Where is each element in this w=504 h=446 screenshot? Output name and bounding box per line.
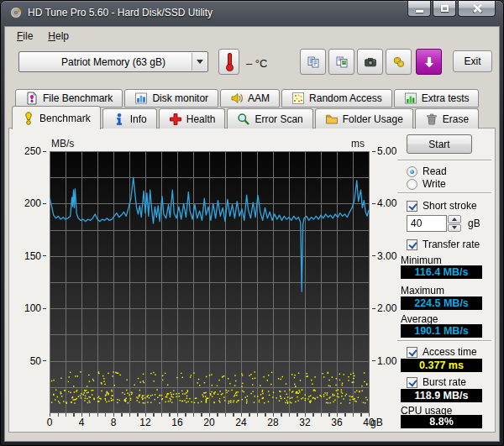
extra-tests-icon	[404, 92, 417, 105]
y-axis-tick: 150	[9, 250, 46, 262]
tab-info[interactable]: Info	[102, 108, 157, 129]
error-scan-icon	[237, 113, 250, 126]
exit-button[interactable]: Exit	[453, 50, 492, 72]
menu-file[interactable]: File	[9, 29, 40, 44]
x-axis-tick: 0	[37, 417, 62, 428]
y-axis-tick: 50	[9, 355, 46, 367]
benchmark-icon	[22, 112, 35, 125]
copy-text-button[interactable]	[300, 49, 326, 75]
tab-extra-tests[interactable]: Extra tests	[394, 89, 480, 108]
download-arrow-icon	[423, 55, 436, 69]
folder-usage-icon	[325, 113, 339, 126]
tab-benchmark[interactable]: Benchmark	[12, 106, 101, 129]
maximize-icon	[441, 5, 449, 12]
toolbar: Patriot Memory (63 gB) – °C	[5, 45, 499, 86]
transfer-rate-option[interactable]: Transfer rate	[407, 239, 480, 250]
burst-rate-checkbox[interactable]	[407, 377, 417, 388]
file-benchmark-icon	[25, 92, 39, 105]
menu-bar: File Help	[5, 27, 499, 45]
minimum-value: 116.4 MB/s	[401, 265, 482, 279]
tab-disk-monitor[interactable]: Disk monitor	[124, 89, 218, 108]
read-radio[interactable]	[407, 166, 417, 177]
health-icon	[169, 113, 182, 126]
write-option[interactable]: Write	[407, 178, 446, 190]
tab-random-access[interactable]: Random Access	[281, 89, 392, 108]
tab-row-primary: BenchmarkInfoHealthError ScanFolder Usag…	[5, 108, 499, 129]
minimum-label: Minimum	[401, 254, 442, 266]
short-stroke-option[interactable]: Short stroke	[407, 200, 477, 212]
copy-image-icon	[335, 55, 349, 69]
minimize-button[interactable]	[407, 1, 431, 17]
benchmark-page: MB/sms250200150100505.004.003.002.001.00…	[8, 128, 496, 433]
short-stroke-input[interactable]	[407, 215, 447, 232]
transfer-rate-checkbox[interactable]	[407, 239, 417, 250]
transfer-rate-label: Transfer rate	[423, 239, 480, 250]
temperature-value: – °C	[246, 57, 267, 70]
x-axis-tick: 32	[292, 417, 318, 428]
x-axis-tick: 8	[101, 417, 126, 428]
update-button[interactable]	[416, 49, 442, 75]
start-button[interactable]: Start	[407, 134, 472, 154]
window-title: HD Tune Pro 5.60 - Hard Disk/SSD Utility	[28, 7, 213, 18]
read-label: Read	[423, 165, 447, 177]
minimize-icon	[416, 10, 423, 13]
thermometer-icon	[225, 53, 233, 71]
stepper-up-button[interactable]	[448, 215, 461, 223]
stepper-down-button[interactable]	[448, 224, 461, 233]
menu-help[interactable]: Help	[40, 29, 76, 44]
separator	[397, 340, 491, 342]
arrow-up-icon	[452, 215, 457, 221]
camera-icon	[364, 55, 377, 69]
maximum-label: Maximum	[401, 285, 444, 296]
access-time-option[interactable]: Access time	[407, 346, 477, 358]
tab-label: Disk monitor	[152, 92, 208, 104]
tab-label: Info	[130, 113, 147, 125]
read-option[interactable]: Read	[407, 165, 447, 177]
tab-health[interactable]: Health	[159, 108, 226, 129]
aam-icon	[230, 92, 244, 105]
right-axis-title: ms	[351, 138, 365, 150]
chevron-down-icon	[192, 53, 207, 71]
window-controls	[407, 1, 496, 17]
random-access-icon	[291, 92, 305, 105]
client-area: File Help Patriot Memory (63 gB) – °C	[4, 26, 500, 442]
tab-strip: File BenchmarkDisk monitorAAMRandom Acce…	[5, 89, 499, 129]
burst-rate-value: 118.9 MB/s	[401, 389, 482, 402]
close-button[interactable]	[458, 1, 496, 17]
screenshot-button[interactable]	[357, 49, 383, 75]
donate-button[interactable]	[386, 49, 412, 75]
title-bar[interactable]: HD Tune Pro 5.60 - Hard Disk/SSD Utility	[1, 1, 503, 24]
tab-file-benchmark[interactable]: File Benchmark	[15, 89, 123, 108]
disk-monitor-icon	[134, 92, 148, 105]
temperature-button[interactable]	[218, 49, 239, 75]
access-time-value: 0.377 ms	[401, 359, 482, 372]
x-axis-tick: 12	[133, 417, 158, 428]
drive-select[interactable]: Patriot Memory (63 gB)	[18, 51, 208, 72]
erase-icon	[425, 113, 438, 126]
x-axis-tick: 36	[324, 417, 349, 428]
maximize-button[interactable]	[433, 1, 456, 17]
tab-error-scan[interactable]: Error Scan	[227, 108, 312, 129]
burst-rate-option[interactable]: Burst rate	[407, 376, 466, 388]
tab-label: Folder Usage	[343, 113, 403, 125]
benchmark-sidebar: Start Read Write Short stroke	[396, 129, 500, 432]
tab-aam[interactable]: AAM	[220, 89, 280, 108]
copy-image-button[interactable]	[328, 49, 354, 75]
close-icon	[473, 4, 481, 13]
x-axis-tick: 16	[165, 417, 190, 428]
short-stroke-stepper	[448, 215, 461, 232]
write-radio[interactable]	[407, 179, 417, 190]
x-axis-tick: 4	[69, 417, 94, 428]
short-stroke-label: Short stroke	[423, 200, 477, 212]
short-stroke-unit: gB	[468, 218, 480, 229]
average-value: 190.1 MB/s	[401, 324, 482, 338]
app-window: HD Tune Pro 5.60 - Hard Disk/SSD Utility…	[0, 0, 504, 446]
short-stroke-checkbox[interactable]	[407, 201, 417, 212]
tab-erase[interactable]: Erase	[415, 108, 479, 129]
left-axis-title: MB/s	[51, 138, 74, 150]
tab-folder-usage[interactable]: Folder Usage	[315, 108, 413, 129]
tab-label: Erase	[443, 113, 469, 125]
x-axis-tick: 24	[228, 417, 254, 428]
x-axis-unit: gB	[370, 417, 383, 428]
access-time-checkbox[interactable]	[407, 347, 417, 358]
